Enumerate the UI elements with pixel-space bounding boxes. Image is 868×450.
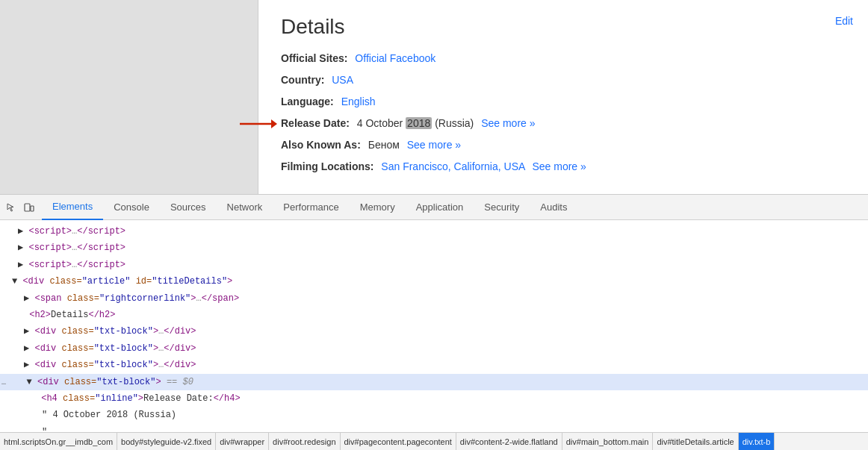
devtools-toolbar: Elements Console Sources Network Perform…	[0, 194, 868, 220]
tab-console[interactable]: Console	[103, 194, 160, 220]
country-label: Country:	[281, 74, 324, 86]
status-item-root[interactable]: div#root.redesign	[269, 433, 340, 450]
status-item-main-bottom[interactable]: div#main_bottom.main	[562, 433, 654, 450]
dom-line[interactable]: ▶ <span class="rightcornerlink">…</span>	[0, 290, 868, 307]
release-date-see-more[interactable]: See more »	[481, 117, 535, 129]
edit-link[interactable]: Edit	[835, 15, 853, 27]
status-bar: html.scriptsOn.gr__imdb_com body#stylegu…	[0, 432, 868, 450]
dom-line[interactable]: ▶ <div class="txt-block">…</div>	[0, 340, 868, 357]
release-date-post: (Russia)	[432, 117, 474, 129]
tab-elements[interactable]: Elements	[42, 194, 103, 220]
tab-application[interactable]: Application	[406, 194, 474, 220]
dom-line[interactable]: ▶ <script>…</script>	[0, 257, 868, 273]
dom-line[interactable]: ▶ <script>…</script>	[0, 240, 868, 256]
status-item-body[interactable]: body#styleguide-v2.fixed	[117, 433, 216, 450]
release-date-row: Release Date: 4 October 2018 (Russia) Se…	[281, 116, 846, 131]
select-element-icon[interactable]	[3, 199, 19, 216]
country-row: Country: USA	[281, 72, 846, 88]
also-known-label: Also Known As:	[281, 139, 361, 151]
status-item-pagecontent[interactable]: div#pagecontent.pagecontent	[341, 433, 456, 450]
filming-label: Filming Locations:	[281, 160, 373, 172]
device-toggle-icon[interactable]	[21, 199, 37, 216]
language-row: Language: English	[281, 94, 846, 110]
also-known-row: Also Known As: Беном See more »	[281, 137, 846, 153]
dom-line[interactable]: <h2>Details</h2>	[0, 307, 868, 323]
official-sites-label: Official Sites:	[281, 52, 347, 64]
status-item-wrapper[interactable]: div#wrapper	[216, 433, 269, 450]
svg-rect-3	[31, 206, 34, 211]
svg-rect-2	[25, 204, 30, 211]
language-link[interactable]: English	[341, 96, 376, 107]
details-panel: Details Edit Official Sites: Official Fa…	[258, 0, 868, 194]
tab-sources[interactable]: Sources	[160, 194, 217, 220]
dom-line[interactable]: ▶ <div class="txt-block">…</div>	[0, 323, 868, 340]
dom-line[interactable]: ▶ <div class="txt-block">…</div>	[0, 357, 868, 373]
also-known-value: Беном	[368, 139, 400, 151]
red-arrow-icon	[240, 116, 277, 131]
dom-line-selected[interactable]: … ▼ <div class="txt-block"> == $0	[0, 374, 868, 390]
country-link[interactable]: USA	[332, 74, 353, 86]
tab-memory[interactable]: Memory	[350, 194, 406, 220]
official-sites-row: Official Sites: Official Facebook	[281, 51, 846, 66]
tab-performance[interactable]: Performance	[273, 194, 349, 220]
dom-line[interactable]: " 4 October 2018 (Russia)	[0, 407, 868, 423]
filming-see-more[interactable]: See more »	[532, 160, 586, 172]
svg-marker-1	[271, 119, 277, 128]
status-item-html[interactable]: html.scriptsOn.gr__imdb_com	[0, 433, 117, 450]
official-sites-link[interactable]: Official Facebook	[355, 52, 435, 64]
dom-line[interactable]: "	[0, 424, 868, 432]
status-item-title-details[interactable]: div#titleDetails.article	[653, 433, 738, 450]
status-item-content-wide[interactable]: div#content-2-wide.flatland	[456, 433, 562, 450]
release-date-year: 2018	[406, 117, 432, 129]
also-known-see-more[interactable]: See more »	[407, 139, 461, 151]
release-date-pre: 4 October	[357, 117, 406, 129]
filming-link[interactable]: San Francisco, California, USA	[381, 160, 524, 172]
details-title: Details	[281, 15, 846, 39]
dom-line[interactable]: ▶ <script>…</script>	[0, 223, 868, 240]
status-item-txt-block[interactable]: div.txt-b	[739, 433, 775, 450]
dom-line[interactable]: <h4 class="inline">Release Date:</h4>	[0, 390, 868, 407]
release-date-label: Release Date:	[281, 117, 350, 129]
tab-security[interactable]: Security	[474, 194, 530, 220]
language-label: Language:	[281, 96, 334, 107]
tab-audits[interactable]: Audits	[530, 194, 577, 220]
left-gray-panel	[0, 0, 258, 194]
filming-locations-row: Filming Locations: San Francisco, Califo…	[281, 159, 846, 175]
tab-network[interactable]: Network	[217, 194, 273, 220]
dom-line[interactable]: ▼ <div class="article" id="titleDetails"…	[0, 273, 868, 290]
dom-panel: ▶ <script>…</script> ▶ <script>…</script…	[0, 220, 868, 432]
